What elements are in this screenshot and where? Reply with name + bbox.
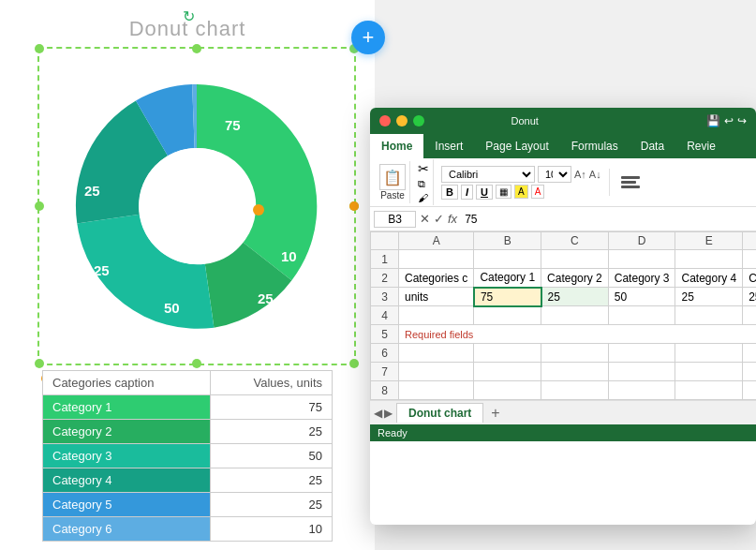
tab-home[interactable]: Home — [370, 134, 423, 158]
cell-c8[interactable] — [541, 381, 609, 400]
cat2-label: Category 2 — [43, 420, 211, 444]
italic-button[interactable]: I — [461, 185, 473, 200]
cell-b1[interactable] — [474, 250, 541, 269]
cell-f7[interactable] — [743, 363, 756, 381]
col-e-header[interactable]: E — [675, 232, 743, 250]
status-bar: Ready — [370, 424, 756, 441]
handle-tl[interactable] — [35, 44, 44, 53]
col-f-header[interactable]: F — [743, 232, 756, 250]
cell-e2[interactable]: Category 4 — [675, 269, 743, 288]
cell-b8[interactable] — [474, 381, 541, 400]
cell-e7[interactable] — [675, 363, 743, 381]
cell-d1[interactable] — [608, 250, 675, 269]
cell-c4[interactable] — [541, 306, 609, 325]
col-d-header[interactable]: D — [608, 232, 675, 250]
close-button[interactable] — [379, 115, 391, 126]
cancel-formula-icon[interactable]: ✕ — [420, 212, 430, 226]
cell-d6[interactable] — [608, 344, 675, 363]
col-a-header[interactable]: A — [399, 232, 474, 250]
cell-a3[interactable]: units — [399, 288, 474, 306]
cell-b3[interactable]: 75 — [474, 288, 541, 306]
cell-d3[interactable]: 50 — [608, 288, 675, 306]
save-icon[interactable]: 💾 — [706, 114, 720, 127]
cell-a6[interactable] — [399, 344, 474, 363]
table-row-7: 7 — [371, 363, 757, 381]
chart-title: Donut chart — [129, 17, 246, 40]
cell-f8[interactable] — [743, 381, 756, 400]
cell-f1[interactable] — [743, 250, 756, 269]
redo-icon[interactable]: ↪ — [737, 114, 747, 127]
prev-sheet-icon[interactable]: ◀ — [374, 407, 382, 420]
scissors-icon[interactable]: ✂ — [418, 161, 429, 176]
cell-a1[interactable] — [399, 250, 474, 269]
cell-b7[interactable] — [474, 363, 541, 381]
decrease-font-icon[interactable]: A↓ — [589, 169, 601, 180]
cell-c3[interactable]: 25 — [541, 288, 609, 306]
cell-d7[interactable] — [608, 363, 675, 381]
cell-e8[interactable] — [675, 381, 743, 400]
align-line-1 — [621, 176, 640, 179]
cell-b6[interactable] — [474, 344, 541, 363]
handle-orange[interactable] — [349, 201, 359, 211]
cell-e6[interactable] — [675, 344, 743, 363]
handle-bl[interactable] — [35, 359, 44, 368]
handle-top[interactable] — [192, 44, 201, 53]
formula-input[interactable] — [461, 213, 752, 226]
cell-e3[interactable]: 25 — [675, 288, 743, 306]
cell-b2[interactable]: Category 1 — [474, 269, 541, 288]
handle-bottom[interactable] — [192, 359, 201, 368]
add-sheet-button[interactable]: + — [483, 405, 507, 422]
sheet-tab-donut[interactable]: Donut chart — [396, 403, 483, 423]
cell-c2[interactable]: Category 2 — [541, 269, 609, 288]
cell-c7[interactable] — [541, 363, 609, 381]
confirm-formula-icon[interactable]: ✓ — [434, 212, 444, 226]
cell-f3[interactable]: 25 — [743, 288, 756, 306]
handle-br[interactable] — [349, 359, 359, 368]
font-size-select[interactable]: 10 — [538, 166, 571, 183]
paste-button[interactable]: 📋 Paste — [379, 164, 406, 201]
highlight-icon[interactable]: A — [514, 185, 528, 199]
maximize-button[interactable] — [413, 115, 424, 126]
chart-title-container: Donut chart — [0, 0, 375, 41]
tab-page-layout[interactable]: Page Layout — [474, 134, 559, 158]
tab-insert[interactable]: Insert — [423, 134, 474, 158]
copy-icon[interactable]: ⧉ — [418, 178, 429, 190]
undo-icon[interactable]: ↩ — [724, 114, 734, 127]
col-b-header[interactable]: B — [474, 232, 541, 250]
tab-review[interactable]: Revie — [675, 134, 727, 158]
next-sheet-icon[interactable]: ▶ — [384, 407, 393, 420]
table-row: Category 1 75 — [43, 395, 333, 420]
minimize-button[interactable] — [396, 115, 408, 126]
cell-a8[interactable] — [399, 381, 474, 400]
cell-e4[interactable] — [675, 306, 743, 325]
cell-f6[interactable] — [743, 344, 756, 363]
cat4-value: 25 — [210, 468, 332, 493]
format-painter-icon[interactable]: 🖌 — [418, 192, 429, 203]
font-color-icon[interactable]: A — [531, 185, 545, 199]
col-c-header[interactable]: C — [541, 232, 609, 250]
cell-f4[interactable] — [743, 306, 756, 325]
tab-formulas[interactable]: Formulas — [560, 134, 630, 158]
cell-a7[interactable] — [399, 363, 474, 381]
cell-f2[interactable]: Category 5 — [743, 269, 756, 288]
paste-icon: 📋 — [379, 164, 406, 190]
bold-button[interactable]: B — [441, 185, 458, 200]
cell-reference[interactable] — [374, 211, 416, 228]
cell-a2[interactable]: Categories c — [399, 269, 474, 288]
add-button[interactable]: + — [351, 21, 385, 54]
cell-b4[interactable] — [474, 306, 541, 325]
cell-d4[interactable] — [608, 306, 675, 325]
cell-a4[interactable] — [399, 306, 474, 325]
font-select[interactable]: Calibri — [441, 166, 535, 183]
cell-e1[interactable] — [675, 250, 743, 269]
orange-handle[interactable] — [253, 204, 264, 216]
cell-d2[interactable]: Category 3 — [608, 269, 675, 288]
cell-c6[interactable] — [541, 344, 609, 363]
handle-left[interactable] — [35, 201, 44, 211]
underline-button[interactable]: U — [476, 185, 493, 200]
border-icon[interactable]: ▦ — [496, 185, 511, 199]
tab-data[interactable]: Data — [630, 134, 675, 158]
cell-d8[interactable] — [608, 381, 675, 400]
increase-font-icon[interactable]: A↑ — [574, 169, 586, 180]
cell-c1[interactable] — [541, 250, 609, 269]
